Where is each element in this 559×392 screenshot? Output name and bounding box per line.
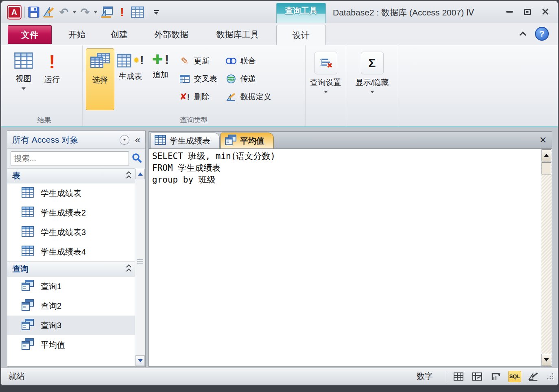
view-table-icon [14, 52, 33, 70]
show-hide-button[interactable]: Σ 显示/隐藏 [356, 48, 389, 93]
help-button[interactable]: ? [535, 27, 549, 41]
table-icon [21, 246, 34, 258]
restore-button[interactable] [521, 7, 533, 16]
make-table-icon: ✹! [117, 52, 144, 68]
crosstab-icon [179, 75, 190, 83]
sql-text[interactable]: SELECT 班级, min(语文分数) FROM 学生成绩表 group by… [149, 149, 540, 366]
sql-editor[interactable]: SELECT 班级, min(语文分数) FROM 学生成绩表 group by… [148, 148, 552, 367]
delete-icon: ✘! [179, 92, 190, 101]
search-icon[interactable] [131, 152, 142, 165]
undo-dropdown-icon[interactable] [73, 11, 76, 13]
scroll-up-icon[interactable] [542, 149, 551, 161]
pivotchart-view-icon[interactable] [489, 371, 502, 382]
scroll-down-icon[interactable] [542, 354, 551, 366]
sql-line: FROM 学生成绩表 [152, 162, 537, 174]
sidebar-item-query[interactable]: 平均值 [7, 335, 135, 355]
tab-design[interactable]: 设计 [276, 25, 326, 45]
tab-create[interactable]: 创建 [104, 25, 135, 44]
run-quick-icon[interactable]: ! [116, 5, 128, 20]
qat-separator [147, 7, 147, 18]
redo-icon[interactable]: ↷ [79, 5, 91, 20]
query-setup-dropdown-icon [324, 91, 328, 93]
customize-quick-access-icon[interactable] [150, 5, 162, 20]
doc-tab-average[interactable]: 平均值 [221, 133, 274, 148]
update-icon: ✎ [179, 57, 190, 66]
shutter-bar-collapse-icon[interactable]: « [133, 135, 142, 145]
scroll-down-icon[interactable] [135, 355, 145, 366]
minimize-button[interactable] [503, 7, 515, 16]
query-icon [21, 280, 34, 293]
undo-icon[interactable]: ↶ [58, 5, 70, 20]
sidebar-item-table[interactable]: 学生成绩表 [7, 183, 135, 203]
design-view-icon[interactable] [43, 5, 55, 20]
select-query-icon [90, 53, 110, 72]
status-ready: 就绪 [9, 371, 417, 382]
datasheet-view-icon[interactable] [452, 371, 465, 382]
tab-external-data[interactable]: 外部数据 [148, 25, 194, 44]
run-icon: ! [49, 52, 55, 71]
append-icon: ✚! [152, 52, 169, 66]
scrollbar-thumb[interactable] [542, 162, 551, 174]
ribbon-group-query-type: 选择 ✹! 生成表 ✚! 追加 ✎ 更新 [83, 45, 306, 126]
run-button[interactable]: ! 运行 [38, 48, 66, 110]
pivottable-view-icon[interactable] [471, 371, 484, 382]
view-icon[interactable] [100, 5, 113, 20]
window-controls [503, 7, 551, 16]
table-icon [21, 187, 34, 200]
sidebar-item-query-selected[interactable]: 查询3 [7, 316, 135, 335]
query-type-small-column-2: 联合 传递 数据定义 [225, 48, 271, 104]
tab-database-tools[interactable]: 数据库工具 [211, 25, 264, 44]
search-input[interactable] [11, 151, 129, 166]
union-icon [225, 57, 237, 65]
navigation-scrollbar[interactable] [135, 168, 145, 366]
table-icon [21, 226, 34, 239]
datasheet-icon[interactable] [131, 5, 144, 20]
query-setup-button[interactable]: 查询设置 [310, 48, 341, 93]
sidebar-item-table[interactable]: 学生成绩表2 [7, 203, 135, 222]
sidebar-item-table[interactable]: 学生成绩表4 [7, 242, 135, 261]
resize-grip[interactable] [547, 373, 554, 380]
close-button[interactable] [539, 7, 551, 16]
status-bar: 就绪 数字 SQL [1, 368, 558, 385]
sql-view-icon[interactable]: SQL [508, 371, 521, 382]
document-pane: 学生成绩表 平均值 ✕ SELECT 班级, min(语文分数) FROM 学生… [148, 131, 552, 367]
table-icon [155, 135, 166, 147]
navigation-search-row [7, 149, 145, 168]
save-icon[interactable] [28, 5, 40, 20]
delete-button[interactable]: ✘! 删除 [179, 90, 217, 104]
sidebar-item-query[interactable]: 查询1 [7, 277, 135, 296]
section-header-queries[interactable]: 查询 [7, 261, 135, 277]
redo-dropdown-icon[interactable] [94, 11, 97, 13]
sidebar-item-query[interactable]: 查询2 [7, 296, 135, 316]
pass-through-button[interactable]: 传递 [225, 72, 271, 86]
navigation-menu-dropdown-icon[interactable] [120, 135, 129, 145]
access-logo-icon[interactable]: A [7, 5, 22, 20]
view-button[interactable]: 视图 [9, 48, 38, 110]
update-button[interactable]: ✎ 更新 [179, 54, 217, 68]
query-setup-icon [314, 52, 337, 74]
scrollbar-grip[interactable] [137, 259, 143, 264]
design-view-icon[interactable] [527, 371, 540, 382]
ribbon-empty-area [398, 45, 558, 126]
tab-home[interactable]: 开始 [61, 25, 92, 44]
table-icon [21, 207, 34, 219]
crosstab-button[interactable]: 交叉表 [179, 72, 217, 86]
status-separator [446, 371, 446, 382]
select-query-button[interactable]: 选择 [86, 48, 114, 110]
doc-tab-student-scores[interactable]: 学生成绩表 [150, 133, 220, 148]
make-table-button[interactable]: ✹! 生成表 [114, 48, 146, 110]
ribbon-group-results: 视图 ! 运行 结果 [6, 45, 83, 126]
collapse-ribbon-icon[interactable] [520, 32, 526, 39]
sidebar-item-table[interactable]: 学生成绩表3 [7, 222, 135, 242]
data-definition-button[interactable]: 数据定义 [225, 90, 271, 104]
tab-file[interactable]: 文件 [8, 25, 52, 44]
append-button[interactable]: ✚! 追加 [146, 48, 175, 110]
collapse-section-icon [127, 265, 131, 273]
close-document-icon[interactable]: ✕ [539, 136, 547, 145]
globe-icon [225, 74, 237, 83]
scroll-up-icon[interactable] [135, 169, 145, 179]
section-header-tables[interactable]: 表 [7, 168, 135, 183]
union-button[interactable]: 联合 [225, 54, 271, 68]
show-hide-dropdown-icon [370, 91, 374, 93]
sql-scrollbar[interactable] [541, 149, 552, 366]
